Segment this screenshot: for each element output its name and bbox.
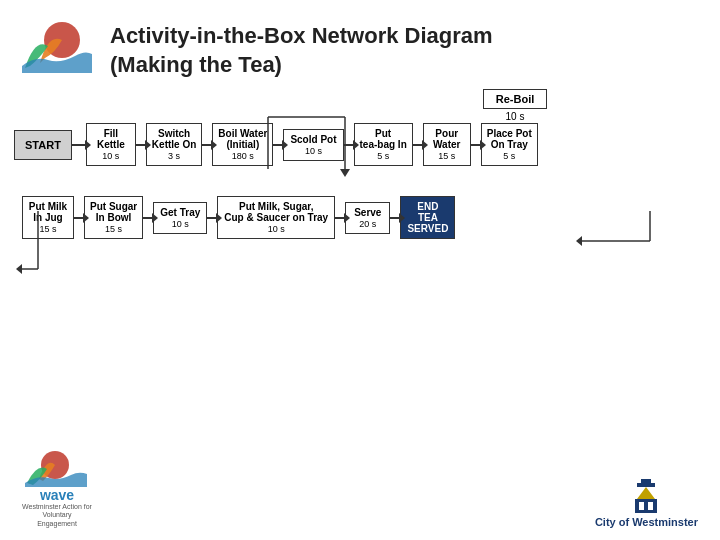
node-sugar: Put SugarIn Bowl15 s [84, 196, 143, 239]
node-get-tray: Get Tray10 s [153, 202, 207, 234]
svg-rect-13 [637, 483, 655, 487]
arrow-6 [413, 144, 423, 146]
app-container: Activity-in-the-Box Network Diagram (Mak… [0, 0, 720, 239]
node-end: ENDTEASERVED [400, 196, 455, 239]
svg-marker-7 [340, 169, 350, 177]
arrow-2 [136, 144, 146, 146]
arrow-3 [202, 144, 212, 146]
westminster-crest [631, 479, 661, 514]
node-fill-kettle: FillKettle10 s [86, 123, 136, 166]
node-scold-pot: Scold Pot10 s [283, 129, 343, 161]
svg-marker-14 [637, 487, 655, 499]
node-switch-kettle: SwitchKettle On3 s [146, 123, 202, 166]
page-title: Activity-in-the-Box Network Diagram (Mak… [110, 18, 493, 79]
wave-label: wave [40, 487, 74, 503]
diagram: Re-Boil 10 s START FillKettle10 s [0, 89, 720, 239]
arrow-7 [471, 144, 481, 146]
node-start: START [14, 130, 72, 160]
svg-rect-17 [648, 502, 653, 510]
arrow-1 [72, 144, 86, 146]
node-place-pot: Place PotOn Tray5 s [481, 123, 538, 166]
header: Activity-in-the-Box Network Diagram (Mak… [0, 0, 720, 89]
arrow-b1 [74, 217, 84, 219]
svg-rect-16 [639, 502, 644, 510]
reboil-duration: 10 s [324, 111, 706, 122]
footer-right: City of Westminster [595, 479, 698, 528]
arrow-5 [344, 144, 354, 146]
node-teabag: Puttea-bag In5 s [354, 123, 413, 166]
node-boil-water: Boil Water(Initial)180 s [212, 123, 273, 166]
logo-area [20, 18, 100, 78]
bottom-row: Put MilkIn Jug15 s Put SugarIn Bowl15 s … [14, 196, 706, 239]
node-assemble-tray: Put Milk, Sugar,Cup & Saucer on Tray10 s [217, 196, 335, 239]
arrow-4 [273, 144, 283, 146]
footer-left: wave Westminster Action forVoluntary Eng… [22, 447, 92, 528]
reboil-node: Re-Boil [483, 89, 548, 109]
svg-marker-3 [16, 264, 22, 274]
node-serve: Serve20 s [345, 202, 390, 234]
arrow-b5 [390, 217, 400, 219]
arrow-b2 [143, 217, 153, 219]
svg-rect-15 [635, 499, 657, 513]
wave-subtext: Westminster Action forVoluntary Engageme… [22, 503, 92, 528]
top-row: START FillKettle10 s SwitchKettle On3 s [14, 123, 706, 166]
arrow-b4 [335, 217, 345, 219]
node-milk: Put MilkIn Jug15 s [22, 196, 74, 239]
westminster-label: City of Westminster [595, 516, 698, 528]
arrow-b3 [207, 217, 217, 219]
node-pour-water: PourWater15 s [423, 123, 471, 166]
wave-logo-svg [25, 447, 90, 487]
